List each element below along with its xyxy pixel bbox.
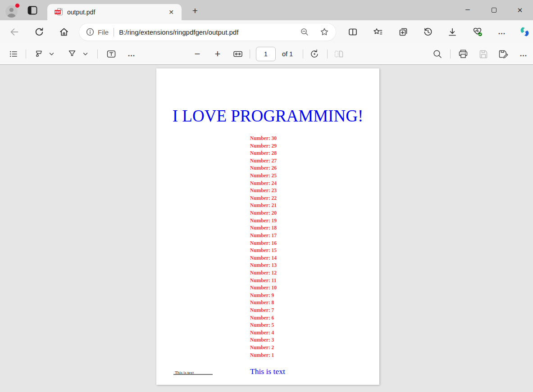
- number-line: Number: 22: [250, 194, 277, 202]
- number-line: Number: 25: [250, 172, 277, 180]
- highlight-nib-icon: [66, 48, 78, 60]
- refresh-button[interactable]: [32, 24, 47, 40]
- close-window-button[interactable]: ✕: [507, 0, 533, 20]
- star-icon: [319, 27, 330, 37]
- split-screen-icon: [347, 27, 358, 37]
- navigation-bar: File B:/ring/extensions/ringpdfgen/outpu…: [0, 20, 533, 43]
- strikethrough-text: This is text: [175, 371, 194, 375]
- toolbar-divider: [26, 50, 26, 59]
- draw-button[interactable]: [31, 46, 46, 62]
- document-title: I LOVE PROGRAMMING!: [156, 106, 379, 126]
- zoom-out-magnifier-icon: [300, 27, 310, 37]
- highlight-button[interactable]: [64, 46, 80, 62]
- zoom-indicator-button[interactable]: [298, 25, 311, 39]
- url-text[interactable]: B:/ring/extensions/ringpdfgen/output.pdf: [119, 28, 298, 36]
- fit-to-width-icon: [232, 48, 244, 60]
- history-button[interactable]: [420, 24, 436, 40]
- back-button[interactable]: [7, 24, 22, 40]
- browser-settings-button[interactable]: …: [494, 24, 510, 40]
- browser-essentials-icon: [472, 26, 483, 37]
- number-line: Number: 9: [250, 292, 277, 299]
- search-icon: [432, 48, 443, 60]
- profile-notification-dot: [15, 3, 20, 8]
- chevron-down-icon: [83, 52, 88, 56]
- minimize-button[interactable]: –: [455, 0, 481, 20]
- collections-button[interactable]: [396, 24, 411, 40]
- tab-actions-button[interactable]: [27, 6, 38, 15]
- favorites-button[interactable]: [370, 24, 386, 40]
- number-line: Number: 14: [250, 254, 277, 262]
- info-icon[interactable]: [86, 27, 95, 36]
- toolbar-divider: [450, 50, 451, 59]
- home-icon: [59, 27, 69, 37]
- downloads-button[interactable]: [445, 24, 460, 40]
- rotate-icon: [309, 48, 320, 60]
- maximize-button[interactable]: [481, 0, 507, 20]
- favorite-button[interactable]: [318, 25, 331, 39]
- page-number-input[interactable]: [256, 47, 276, 61]
- add-text-button[interactable]: [104, 46, 119, 62]
- pdf-viewport[interactable]: I LOVE PROGRAMMING! Number: 30Number: 29…: [0, 65, 533, 392]
- browser-essentials-button[interactable]: [469, 24, 485, 40]
- pdf-more-button[interactable]: …: [516, 46, 531, 62]
- tab-output-pdf[interactable]: PDF output.pdf ✕: [47, 4, 182, 20]
- number-line: Number: 2: [250, 344, 277, 351]
- pdf-toolbar: … − + of 1: [0, 43, 533, 65]
- url-separator: [114, 28, 114, 36]
- annotation-more-button[interactable]: …: [124, 46, 139, 62]
- zoom-in-button[interactable]: +: [210, 46, 225, 62]
- number-line: Number: 11: [250, 277, 277, 284]
- number-line: Number: 26: [250, 164, 277, 172]
- page-count-label: of 1: [282, 43, 293, 65]
- tab-close-button[interactable]: ✕: [166, 7, 176, 17]
- tab-title: output.pdf: [67, 9, 166, 16]
- add-text-icon: [105, 48, 117, 60]
- number-line: Number: 5: [250, 321, 277, 329]
- copilot-button[interactable]: [517, 24, 532, 40]
- url-scheme-label: File: [98, 28, 109, 36]
- maximize-icon: [492, 8, 497, 13]
- save-as-icon: [497, 48, 509, 60]
- save-as-button[interactable]: [496, 46, 511, 62]
- highlighter-pen-icon: [33, 48, 45, 60]
- number-line: Number: 23: [250, 187, 277, 194]
- number-line: Number: 4: [250, 329, 277, 337]
- number-line: Number: 10: [250, 284, 277, 292]
- number-line: Number: 20: [250, 209, 277, 217]
- more-horizontal-icon: …: [519, 50, 528, 59]
- save-button[interactable]: [476, 46, 491, 62]
- table-of-contents-button[interactable]: [6, 46, 21, 62]
- zoom-out-button[interactable]: −: [190, 46, 205, 62]
- contents-icon: [8, 49, 19, 59]
- minus-icon: −: [195, 48, 200, 60]
- workspaces-icon: [27, 6, 37, 15]
- number-line: Number: 1: [250, 351, 277, 359]
- number-line: Number: 3: [250, 336, 277, 344]
- strike-line: [173, 374, 213, 375]
- highlight-dropdown[interactable]: [80, 46, 90, 62]
- collections-icon: [398, 27, 409, 37]
- rotate-button[interactable]: [307, 46, 322, 62]
- number-line: Number: 27: [250, 157, 277, 165]
- address-bar[interactable]: File B:/ring/extensions/ringpdfgen/outpu…: [79, 23, 336, 41]
- number-line: Number: 15: [250, 247, 277, 254]
- toolbar-divider: [97, 50, 98, 59]
- search-document-button[interactable]: [430, 46, 445, 62]
- fit-to-width-button[interactable]: [230, 46, 246, 62]
- split-screen-button[interactable]: [345, 24, 360, 40]
- toolbar-divider: [250, 50, 250, 59]
- chevron-down-icon: [49, 52, 54, 56]
- page-view-button[interactable]: [331, 46, 346, 62]
- more-horizontal-icon: …: [498, 27, 506, 36]
- more-horizontal-icon: …: [128, 50, 136, 59]
- downloads-icon: [447, 27, 458, 37]
- home-button[interactable]: [56, 24, 72, 40]
- new-tab-button[interactable]: +: [189, 6, 201, 16]
- number-line: Number: 29: [250, 142, 277, 150]
- back-arrow-icon: [9, 27, 20, 37]
- number-list: Number: 30Number: 29Number: 28Number: 27…: [250, 135, 277, 359]
- number-line: Number: 28: [250, 149, 277, 157]
- draw-dropdown[interactable]: [46, 46, 56, 62]
- copilot-icon: [519, 26, 531, 38]
- print-button[interactable]: [456, 46, 471, 62]
